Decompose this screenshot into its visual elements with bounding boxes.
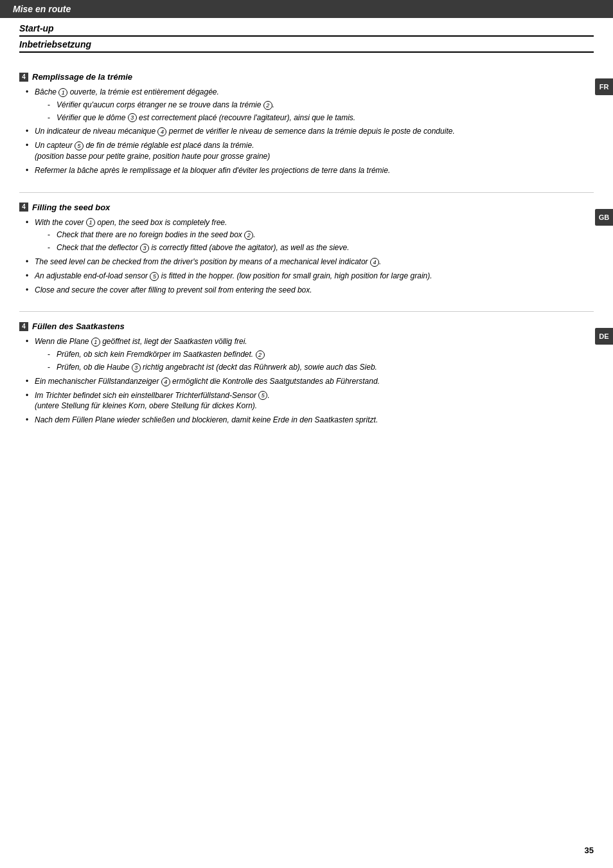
header-title: Mise en route xyxy=(13,4,71,14)
fr-block: FR 4 Remplissage de la trémie Bâche 1 ou… xyxy=(19,72,594,176)
page-container: Mise en route Start-up Inbetriebsetzung … xyxy=(0,0,613,868)
list-item: Vérifier que le dôme 3 est correctement … xyxy=(48,113,594,123)
list-item: Refermer la bâche après le remplissage e… xyxy=(26,165,594,176)
inbetrieb-title: Inbetriebsetzung xyxy=(19,39,91,50)
gb-lang-label: GB xyxy=(595,209,613,226)
circle-1: 1 xyxy=(58,88,67,97)
circle-4: 4 xyxy=(157,127,166,136)
de-section-title: 4 Füllen des Saatkastens xyxy=(19,321,594,331)
list-item: Check that the deflector 3 is correctly … xyxy=(48,242,594,253)
inbetrieb-section-header: Inbetriebsetzung xyxy=(19,39,594,53)
list-item: Vérifier qu'aucun corps étranger ne se t… xyxy=(48,100,594,111)
de-lang-label: DE xyxy=(595,328,613,345)
circle-5: 5 xyxy=(75,141,84,150)
de-block: DE 4 Füllen des Saatkastens Wenn die Pla… xyxy=(19,321,594,426)
gb-section-title: 4 Filling the seed box xyxy=(19,203,594,212)
fr-lang-label: FR xyxy=(595,78,613,95)
startup-title: Start-up xyxy=(19,23,54,33)
list-item: Nach dem Füllen Plane wieder schließen u… xyxy=(26,415,594,426)
circle-3: 3 xyxy=(140,244,149,253)
circle-4: 4 xyxy=(370,258,379,267)
circle-3: 3 xyxy=(128,113,137,122)
circle-5: 5 xyxy=(258,391,267,400)
circle-4: 4 xyxy=(161,377,170,386)
list-item: Check that there are no foreign bodies i… xyxy=(48,230,594,240)
list-item: Bâche 1 ouverte, la trémie est entièreme… xyxy=(26,87,594,123)
startup-section-header: Start-up xyxy=(19,23,594,37)
list-item: Ein mechanischer Füllstandanzeiger 4 erm… xyxy=(26,376,594,387)
main-content: Start-up Inbetriebsetzung FR 4 Remplissa… xyxy=(0,23,613,442)
list-item: Un capteur 5 de fin de trémie réglable e… xyxy=(26,140,594,162)
list-item: Un indicateur de niveau mécanique 4 perm… xyxy=(26,126,594,137)
gb-bullet-list: With the cover 1 open, the seed box is c… xyxy=(19,217,594,296)
list-item: Prüfen, ob die Haube 3 richtig angebrach… xyxy=(48,362,594,373)
circle-5: 5 xyxy=(150,272,159,281)
fr-section-icon: 4 xyxy=(19,73,28,82)
circle-3: 3 xyxy=(132,363,141,372)
fr-section-title: 4 Remplissage de la trémie xyxy=(19,72,594,82)
header-bar: Mise en route xyxy=(0,0,613,18)
page-number: 35 xyxy=(585,845,594,855)
list-item: Im Trichter befindet sich ein einstellba… xyxy=(26,390,594,412)
list-item: With the cover 1 open, the seed box is c… xyxy=(26,217,594,253)
de-sub-list-1: Prüfen, ob sich kein Fremdkörper im Saat… xyxy=(35,349,594,373)
de-bullet-list: Wenn die Plane 1 geöffnet ist, liegt der… xyxy=(19,336,594,426)
list-item: The seed level can be checked from the d… xyxy=(26,257,594,267)
list-item: An adjustable end-of-load sensor 5 is fi… xyxy=(26,271,594,282)
circle-2: 2 xyxy=(263,101,272,110)
list-item: Wenn die Plane 1 geöffnet ist, liegt der… xyxy=(26,336,594,372)
fr-sub-list-1: Vérifier qu'aucun corps étranger ne se t… xyxy=(35,100,594,123)
circle-2: 2 xyxy=(244,231,253,240)
fr-bullet-list: Bâche 1 ouverte, la trémie est entièreme… xyxy=(19,87,594,176)
gb-block: GB 4 Filling the seed box With the cover… xyxy=(19,203,594,296)
list-item: Close and secure the cover after filling… xyxy=(26,285,594,296)
circle-1: 1 xyxy=(86,218,95,227)
de-section-icon: 4 xyxy=(19,322,28,331)
circle-2: 2 xyxy=(256,350,265,359)
gb-sub-list-1: Check that there are no foreign bodies i… xyxy=(35,230,594,253)
circle-1: 1 xyxy=(91,338,100,347)
list-item: Prüfen, ob sich kein Fremdkörper im Saat… xyxy=(48,349,594,360)
gb-section-icon: 4 xyxy=(19,203,28,212)
